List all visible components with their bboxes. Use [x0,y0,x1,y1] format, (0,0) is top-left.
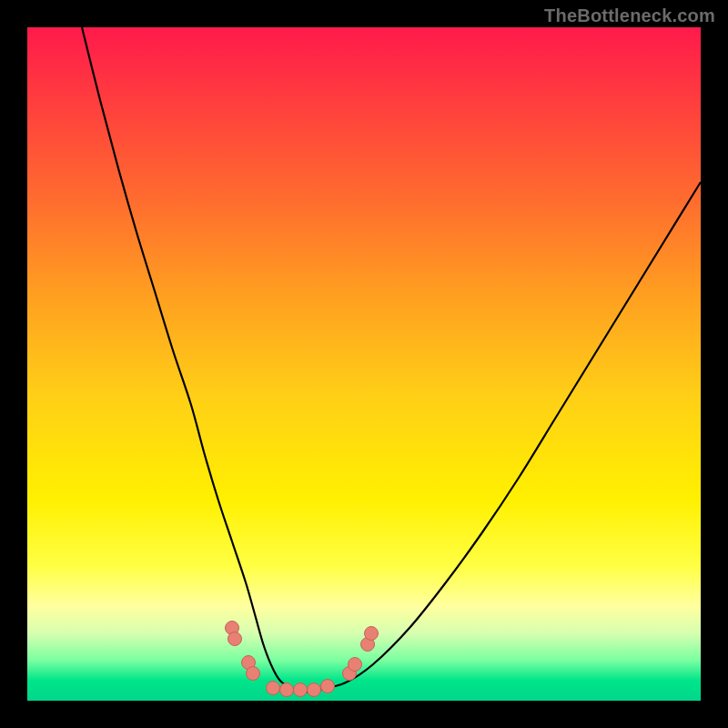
curve-marker [321,680,335,693]
chart-svg [27,27,701,701]
curve-marker [247,667,260,681]
watermark-label: TheBottleneck.com [544,5,715,26]
curve-marker [365,627,379,641]
curve-marker [349,658,362,672]
bottleneck-curve [82,27,701,692]
curve-marker [267,682,280,695]
markers-group [226,622,379,697]
curve-marker [294,683,308,697]
plot-area [27,27,701,701]
curve-marker [280,683,294,697]
curve-marker [228,632,242,646]
chart-frame: TheBottleneck.com [0,0,728,728]
curve-marker [308,683,321,697]
